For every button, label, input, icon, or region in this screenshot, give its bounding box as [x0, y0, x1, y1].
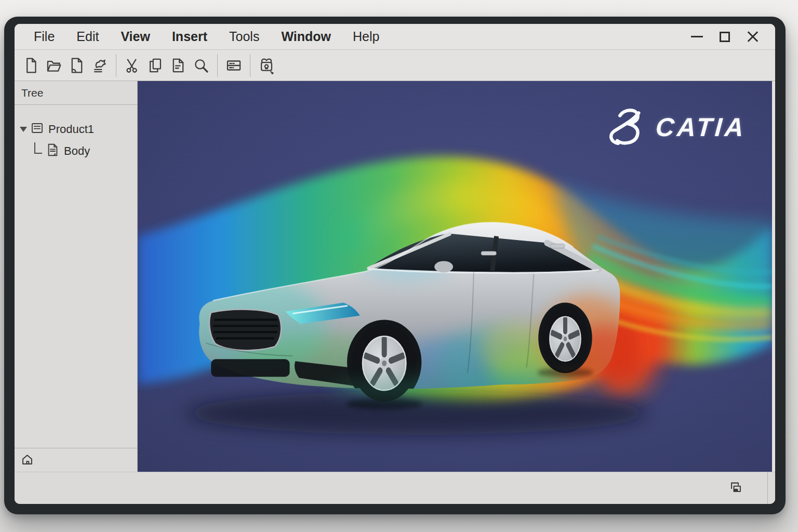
cut-button[interactable] — [121, 54, 144, 77]
window-controls — [689, 29, 767, 45]
body-icon — [46, 143, 60, 160]
specification-tree-button[interactable] — [222, 54, 245, 77]
tree-panel-header: Tree — [15, 81, 137, 105]
new-document-icon — [22, 57, 40, 74]
tree-item-product1[interactable]: Product1 — [19, 118, 133, 140]
maximize-button[interactable] — [717, 29, 733, 45]
tree-item-body[interactable]: Body — [19, 140, 133, 162]
brand-wordmark: CATIA — [655, 112, 747, 142]
tree-item-label[interactable]: Body — [64, 144, 90, 158]
specification-tree-icon — [225, 57, 243, 74]
toolbar-separator — [250, 54, 250, 77]
cut-icon — [124, 57, 141, 74]
save-button[interactable] — [65, 54, 88, 77]
maximize-icon — [720, 32, 730, 42]
search-button[interactable] — [190, 54, 212, 77]
menu-edit[interactable]: Edit — [65, 29, 110, 44]
tree-panel-title: Tree — [21, 87, 43, 99]
menu-bar: File Edit View Insert Tools Window Help — [15, 24, 775, 50]
expand-caret-icon[interactable] — [20, 127, 27, 132]
minimize-icon — [691, 36, 703, 37]
copy-icon — [147, 57, 164, 74]
status-bar — [15, 472, 775, 504]
viewport-canvas[interactable]: CATIA — [138, 81, 772, 472]
menu-window[interactable]: Window — [270, 29, 342, 44]
home-button[interactable] — [20, 452, 34, 468]
minimize-button[interactable] — [689, 29, 704, 45]
import-button[interactable] — [88, 54, 111, 77]
new-document-button[interactable] — [20, 54, 43, 77]
menu-help[interactable]: Help — [342, 29, 390, 44]
catia-logo: CATIA — [605, 104, 746, 151]
paste-button[interactable] — [167, 54, 190, 77]
open-folder-icon — [45, 57, 63, 74]
toolbar — [15, 50, 775, 81]
tree-connector — [34, 142, 42, 154]
menu-tools[interactable]: Tools — [218, 29, 270, 44]
cascade-windows-icon — [729, 480, 743, 494]
open-button[interactable] — [43, 54, 65, 77]
statusbar-separator — [767, 472, 768, 504]
search-icon — [192, 57, 210, 74]
tree-item-label[interactable]: Product1 — [48, 123, 94, 136]
cascade-windows-button[interactable] — [729, 480, 743, 496]
close-button[interactable] — [745, 29, 761, 45]
dassault-3ds-swirl-icon — [605, 104, 649, 151]
catia-application-window: File Edit View Insert Tools Window Help — [4, 17, 786, 514]
window-content: File Edit View Insert Tools Window Help — [15, 24, 775, 504]
workbench-button[interactable] — [255, 54, 278, 77]
toolbar-separator — [217, 54, 218, 77]
close-icon — [745, 29, 761, 45]
paste-icon — [169, 57, 187, 74]
tree-panel: Tree Product1 Bod — [15, 81, 138, 472]
menu-view[interactable]: View — [110, 29, 161, 44]
save-document-icon — [68, 57, 86, 74]
import-model-icon — [91, 57, 109, 74]
toolbar-separator — [116, 54, 116, 77]
home-icon — [20, 452, 34, 466]
rear-wheel — [542, 307, 589, 371]
menu-file[interactable]: File — [23, 29, 65, 44]
tree-panel-footer — [15, 448, 137, 472]
menu-insert[interactable]: Insert — [161, 29, 218, 44]
product-icon — [30, 121, 44, 138]
main-area: Tree Product1 Bod — [15, 81, 775, 472]
specification-tree: Product1 Body — [15, 105, 137, 448]
workbench-switcher-icon — [258, 57, 275, 74]
copy-button[interactable] — [144, 54, 167, 77]
